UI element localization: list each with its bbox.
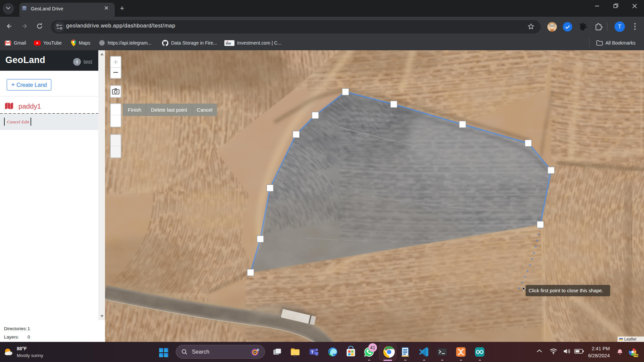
svg-text:2024 Google: 2024 Google — [595, 86, 622, 92]
svg-text:inv: inv — [226, 41, 231, 45]
svg-text:Click first point to close thi: Click first point to close this shape. — [529, 288, 603, 293]
svg-text:2024 Google: 2024 Google — [145, 177, 172, 182]
svg-text:PRE: PRE — [634, 354, 639, 357]
svg-text:2024 Google: 2024 Google — [125, 282, 152, 288]
svg-text:2024 Google: 2024 Google — [528, 128, 554, 133]
svg-text:2024 Google: 2024 Google — [326, 284, 353, 289]
svg-text:2024 Google: 2024 Google — [608, 254, 635, 259]
svg-text:Leaflet: Leaflet — [624, 337, 637, 342]
svg-text:T: T — [311, 350, 314, 355]
svg-text:2024 Google: 2024 Google — [219, 187, 246, 192]
svg-text:2024 Google: 2024 Google — [494, 277, 521, 283]
